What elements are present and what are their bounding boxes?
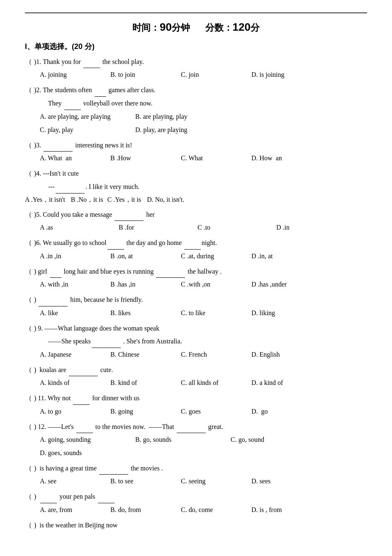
q4-num: )4. [32,167,41,180]
question-4: （ )4. ---Isn't it cute ---. I like it ve… [25,167,367,206]
q9-opt-c: C. French [181,348,239,361]
q4-sub: ---. I like it very much. [40,180,367,193]
bracket-15: （ [25,519,32,532]
q14-opt-a: A. are, from [40,503,98,517]
q8-text: him, because he is friendly. [38,294,367,306]
q11-options: A. to go B. going C. goes D. go [40,405,367,418]
q15-num: ) [32,519,36,532]
q3-opt-d: D. How an [251,152,309,165]
q10-opt-d: D. a kind of [251,376,309,389]
q5-options: A .as B .for C .to D .in [40,221,367,234]
bracket-13: （ [25,462,32,475]
q2-options2: C. play, play D. play, are playing [40,123,367,137]
q8-options: A. like B. likes C. to like D. liking [40,306,367,320]
q5-text: Could you take a message her [43,208,367,221]
q14-options: A. are, from B. do, from C. do, come D. … [40,503,367,517]
q9-text: ——What language does the woman speak [44,322,367,335]
bracket-1: （ [25,56,32,68]
q10-text: koalas are cute. [38,364,367,376]
top-border [25,12,367,13]
q9-opt-a: A. Japanese [40,348,98,361]
q14-num: ) [32,490,36,503]
q6-opt-c: C .at, during [181,250,239,263]
q6-options: A .in ,in B .on, at C .at, during D .in,… [40,250,367,263]
bracket-4: （ [25,167,32,180]
q9-num: ) 9. [32,322,43,335]
question-11: （ ) 11. Why not for dinner with us A. to… [25,392,367,418]
q11-opt-c: C. goes [181,405,239,418]
q12-options: A. going, sounding B. go, sounds C. go, … [40,433,367,460]
q13-options: A. see B. to see C. seeing D. sees [40,475,367,488]
q3-options: A. What an B .How C. What D. How an [40,152,367,165]
q12-opt-a: A. going, sounding [40,433,123,446]
q5-opt-c: C .to [197,221,264,234]
q4-options: A .Yes，it isn't B .No，it is C .Yes，it is… [25,193,367,206]
q13-opt-c: C. seeing [181,475,239,488]
q7-options: A. with ,in B .has ,in C .with ,on D .ha… [40,278,367,291]
bracket-11: （ [25,392,32,404]
q9-options: A. Japanese B. Chinese C. French D. Engl… [40,348,367,361]
score-label: 分数： [205,22,233,33]
q7-opt-a: A. with ,in [40,278,98,291]
q2-opt-b: B. are playing, play [135,110,218,123]
q10-num: ) [32,364,36,376]
q11-text: Why not for dinner with us [48,392,367,404]
q6-opt-b: B .on, at [110,250,168,263]
time-unit: 分钟 [172,22,190,33]
question-13: （ ) is having a great time the movies . … [25,462,367,488]
score-unit: 分 [251,22,260,33]
q8-opt-d: D. liking [251,306,309,320]
q12-opt-c: C. go, sound [231,433,314,446]
question-2: （ )2. The students often games after cla… [25,84,367,136]
q11-opt-b: B. going [110,405,168,418]
q3-opt-c: C. What [181,152,239,165]
bracket-8: （ [25,294,32,306]
q10-opt-b: B. kind of [110,376,168,389]
bracket-5: （ [25,208,32,221]
q3-text: interesting news it is! [43,139,367,152]
q5-opt-d: D .in [276,221,334,234]
q7-opt-d: D .has ,under [251,278,309,291]
q2-num: )2. [32,84,41,96]
bracket-9: （ [25,322,32,335]
q10-opt-a: A. kinds of [40,376,98,389]
q1-opt-b: B. to join [110,68,168,81]
time-label: 时间： [132,22,160,33]
q2-sub: They volleyball over there now. [40,97,367,110]
q4-opt-b: B .No，it is [71,193,103,206]
q8-opt-a: A. like [40,306,98,320]
q4-opt-a: A .Yes，it isn't [25,193,67,206]
score-value: 120 [233,21,251,33]
q9-sub: ——She speaks . She's from Australia. [40,335,367,348]
q2-opt-d: D. play, are playing [135,123,218,137]
q7-text: girl long hair and blue eyes is running … [38,265,367,278]
q8-opt-b: B. likes [110,306,168,320]
question-15: （ ) is the weather in Beijing now [25,519,367,532]
q14-opt-d: D. is , from [251,503,309,517]
q7-opt-b: B .has ,in [110,278,168,291]
q2-text: The students often games after class. [43,84,367,96]
q8-num: ) [32,294,36,306]
bracket-10: （ [25,364,32,376]
q1-opt-d: D. is joining [251,68,309,81]
q4-opt-c: C .Yes，it is [107,193,141,206]
q13-opt-d: D. sees [251,475,309,488]
q6-text: We usually go to school the day and go h… [43,237,367,249]
q9-opt-d: D. English [251,348,309,361]
q1-options: A. joining B. to join C. join D. is join… [40,68,367,81]
bracket-12: （ [25,421,32,433]
bracket-6: （ [25,237,32,249]
q3-num: )3. [32,139,41,152]
q14-opt-c: C. do, come [181,503,239,517]
q12-opt-d: D. goes, sounds [40,446,123,460]
q14-text: your pen pals [38,490,367,503]
q5-opt-b: B .for [119,221,185,234]
question-1: （ )1. Thank you for the school play. A. … [25,56,367,81]
bracket-7: （ [25,265,32,278]
q10-options: A. kinds of B. kind of C. all kinds of D… [40,376,367,389]
question-3: （ )3. interesting news it is! A. What an… [25,139,367,165]
q11-num: ) 11. [32,392,46,404]
q6-opt-a: A .in ,in [40,250,98,263]
q11-opt-d: D. go [251,405,309,418]
q9-opt-b: B. Chinese [110,348,168,361]
